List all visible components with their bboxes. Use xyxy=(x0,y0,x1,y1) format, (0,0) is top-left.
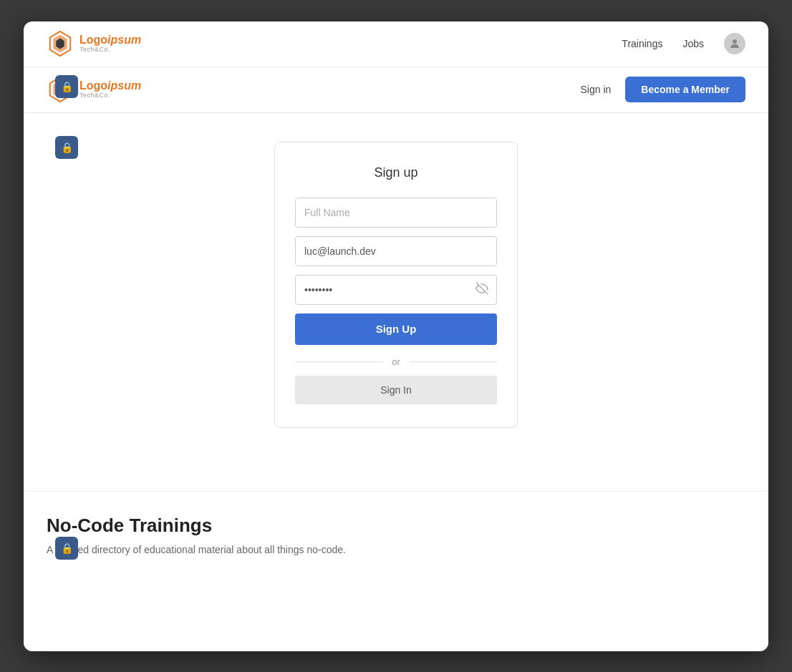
jobs-link[interactable]: Jobs xyxy=(682,38,704,49)
nav-links-primary: Trainings Jobs xyxy=(622,33,745,54)
navbar-primary: Logoipsum Tech&Co. Trainings Jobs xyxy=(24,21,768,67)
become-member-button[interactable]: Become a Member xyxy=(625,77,745,102)
bottom-section: No-Code Trainings A curated directory of… xyxy=(24,491,768,578)
logo-primary: Logoipsum Tech&Co. xyxy=(47,30,141,57)
email-input[interactable] xyxy=(295,236,497,266)
logo-subtitle-2: Tech&Co. xyxy=(79,92,141,99)
divider-line-left xyxy=(295,361,383,362)
user-avatar[interactable] xyxy=(724,33,745,54)
main-content: Sign up Sign Up or Sign In xyxy=(24,113,768,491)
nav-actions: Sign in Become a Member xyxy=(580,77,745,102)
trainings-link[interactable]: Trainings xyxy=(622,38,662,49)
logo-ipsum-text: ipsum xyxy=(107,34,141,46)
bottom-description: A curated directory of educational mater… xyxy=(47,544,745,555)
svg-point-3 xyxy=(733,39,737,44)
signin-nav-link[interactable]: Sign in xyxy=(580,84,611,95)
fullname-input[interactable] xyxy=(295,198,497,228)
logo-color-text-2: Logo xyxy=(79,79,107,92)
navbar-secondary: Logoipsum Tech&Co. Sign in Become a Memb… xyxy=(24,67,768,113)
lock-badge-3: 🔒 xyxy=(55,537,78,560)
password-input[interactable] xyxy=(295,275,497,305)
logo-subtitle: Tech&Co. xyxy=(79,47,141,54)
logo-ipsum-text-2: ipsum xyxy=(107,79,141,92)
or-text: or xyxy=(392,356,400,367)
signup-button[interactable]: Sign Up xyxy=(295,313,497,345)
lock-badge-2: 🔒 xyxy=(55,136,78,159)
signin-button[interactable]: Sign In xyxy=(295,376,497,404)
password-toggle-icon[interactable] xyxy=(475,282,488,298)
signup-card: Sign up Sign Up or Sign In xyxy=(274,142,518,428)
logo-hex-icon xyxy=(47,30,74,57)
bottom-title: No-Code Trainings xyxy=(47,515,745,537)
lock-badge-1: 🔒 xyxy=(55,75,78,98)
signup-title: Sign up xyxy=(295,165,497,180)
password-wrapper xyxy=(295,275,497,305)
divider-line-right xyxy=(409,361,497,362)
logo-color-text: Logo xyxy=(79,34,107,46)
or-divider: or xyxy=(295,356,497,367)
